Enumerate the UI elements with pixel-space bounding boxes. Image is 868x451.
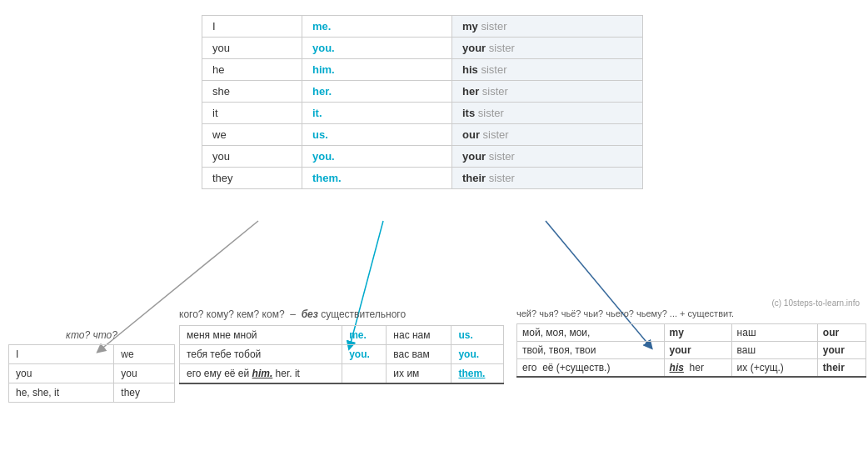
possessive-cell: their sister: [452, 168, 643, 189]
italic-label: без: [302, 308, 318, 320]
main-pronoun-table: I me. my sister you you. your sister he …: [202, 15, 643, 189]
cell: меня мне мной: [180, 326, 342, 345]
cell: [342, 364, 387, 384]
subject-cell: it: [202, 103, 302, 124]
cell: they: [114, 383, 175, 403]
cell: us.: [451, 326, 504, 345]
object-cell: you.: [302, 38, 452, 59]
middle-pronoun-block: кого? кому? кем? ком? – без существитель…: [179, 308, 504, 384]
cell: your: [817, 342, 866, 359]
cell: you.: [342, 345, 387, 364]
subject-cell: we: [202, 124, 302, 146]
cell: их им: [387, 364, 451, 384]
subject-cell: I: [202, 16, 302, 38]
table-row: мой, моя, мои, my наш our: [517, 324, 866, 342]
table-row: you you. your sister: [202, 38, 643, 59]
cell: твой, твоя, твои: [517, 342, 665, 359]
possessive-cell: your sister: [452, 146, 643, 168]
possessive-cell: his sister: [452, 59, 643, 81]
object-cell: it.: [302, 103, 452, 124]
object-cell: you.: [302, 146, 452, 168]
copyright-text: (c) 10steps-to-learn.info: [771, 298, 860, 308]
cell: their: [817, 359, 866, 378]
subject-cell: they: [202, 168, 302, 189]
object-cell: me.: [302, 16, 452, 38]
table-row: they them. their sister: [202, 168, 643, 189]
cell: my: [664, 324, 731, 342]
cell: our: [817, 324, 866, 342]
cell: его её (+существ.): [517, 359, 665, 378]
cell: you.: [451, 345, 504, 364]
table-row: you you. your sister: [202, 146, 643, 168]
subject-cell: he: [202, 59, 302, 81]
cell: вас вам: [387, 345, 451, 364]
table-row: we us. our sister: [202, 124, 643, 146]
cell: we: [114, 345, 175, 364]
cell: I: [9, 345, 114, 364]
cell: ваш: [731, 342, 817, 359]
table-row: его ему её ей him. her. it их им them.: [180, 364, 504, 384]
cell: мой, моя, мои,: [517, 324, 665, 342]
cell: you: [114, 364, 175, 383]
left-table: I we you you he, she, it they: [8, 344, 175, 403]
middle-table: меня мне мной me. нас нам us. тебя тебе …: [179, 325, 504, 384]
possessive-cell: your sister: [452, 38, 643, 59]
cell: его ему её ей him. her. it: [180, 364, 342, 384]
cell: his her: [664, 359, 731, 378]
object-cell: them.: [302, 168, 452, 189]
possessive-cell: our sister: [452, 124, 643, 146]
subject-cell: she: [202, 81, 302, 103]
cell: you: [9, 364, 114, 383]
table-row: I me. my sister: [202, 16, 643, 38]
table-row: I we: [9, 345, 175, 364]
possessive-cell: my sister: [452, 16, 643, 38]
cell: их (+сущ.): [731, 359, 817, 378]
right-pronoun-block: чей? чья? чьё? чьи? чьего? чьему? ... + …: [516, 308, 866, 378]
object-cell: her.: [302, 81, 452, 103]
object-cell: us.: [302, 124, 452, 146]
table-row: тебя тебе тобой you. вас вам you.: [180, 345, 504, 364]
table-row: she her. her sister: [202, 81, 643, 103]
object-cell: him.: [302, 59, 452, 81]
left-block-label: кто? что?: [8, 329, 175, 341]
table-row: he, she, it they: [9, 383, 175, 403]
table-row: you you: [9, 364, 175, 383]
subject-cell: you: [202, 38, 302, 59]
cell: нас нам: [387, 326, 451, 345]
cell: your: [664, 342, 731, 359]
table-row: твой, твоя, твои your ваш your: [517, 342, 866, 359]
possessive-cell: her sister: [452, 81, 643, 103]
possessive-cell: its sister: [452, 103, 643, 124]
cell: наш: [731, 324, 817, 342]
left-pronoun-block: кто? что? I we you you he, she, it they: [8, 329, 175, 403]
table-row: его её (+существ.) his her их (+сущ.) th…: [517, 359, 866, 378]
right-block-label: чей? чья? чьё? чьи? чьего? чьему? ... + …: [516, 308, 866, 318]
table-row: he him. his sister: [202, 59, 643, 81]
cell: them.: [451, 364, 504, 384]
subject-cell: you: [202, 146, 302, 168]
cell: me.: [342, 326, 387, 345]
right-table: мой, моя, мои, my наш our твой, твоя, тв…: [516, 323, 866, 378]
cell: he, she, it: [9, 383, 114, 403]
table-row: it it. its sister: [202, 103, 643, 124]
table-row: меня мне мной me. нас нам us.: [180, 326, 504, 345]
middle-block-label: кого? кому? кем? ком? – без существитель…: [179, 308, 504, 320]
cell: тебя тебе тобой: [180, 345, 342, 364]
